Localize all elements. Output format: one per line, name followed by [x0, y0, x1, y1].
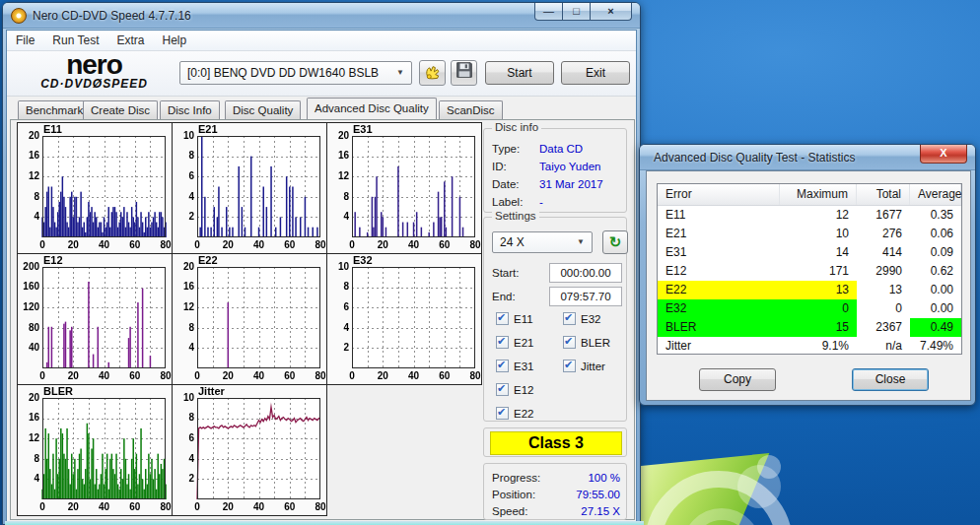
minimize-button[interactable]: — [534, 3, 563, 21]
main-window: Nero CD-DVD Speed 4.7.7.16 — □ × FileRun… [2, 2, 641, 525]
stats-row-e32[interactable]: E32000.00 [658, 299, 961, 318]
progress-group: Progress:100 %Position:79:55.00Speed:27.… [483, 463, 627, 520]
start-field-label: Start: [492, 267, 519, 279]
chart-e11-canvas [18, 123, 172, 253]
stats-cell: 13 [780, 281, 857, 299]
stats-cell: 0.00 [910, 281, 961, 299]
checkbox-box-icon: ✔ [563, 336, 576, 349]
menu-extra[interactable]: Extra [107, 31, 153, 50]
drive-selector-dropdown[interactable]: [0:0] BENQ DVD DD DW1640 BSLB ▼ [179, 61, 412, 85]
chart-bler [17, 384, 173, 516]
end-position-field[interactable]: 079:57.70 [549, 287, 622, 306]
checkbox-jitter[interactable]: ✔Jitter [563, 360, 605, 374]
exit-button[interactable]: Exit [561, 61, 630, 85]
disc-info-value: - [539, 196, 543, 208]
stats-cell: 14 [780, 243, 857, 262]
speed-selector-dropdown[interactable]: 24 X ▼ [492, 231, 593, 253]
chart-bler-canvas [18, 385, 172, 515]
drive-selector-value: [0:0] BENQ DVD DD DW1640 BSLB [187, 66, 379, 80]
checkbox-e12[interactable]: ✔E12 [496, 383, 533, 398]
menu-file[interactable]: File [7, 31, 43, 50]
close-dialog-button[interactable]: Close [852, 368, 929, 391]
stats-cell: BLER [658, 318, 780, 337]
chevron-down-icon: ▼ [393, 62, 407, 84]
settings-group: Settings 24 X ▼ ↻ Start: 000:00.00 End: … [483, 217, 627, 422]
stats-cell: 9.1% [780, 337, 857, 356]
tab-scandisc[interactable]: ScanDisc [439, 100, 503, 119]
toolbar: nero CD·DVDØSPEED [0:0] BENQ DVD DD DW16… [7, 51, 636, 97]
chart-e31-canvas [327, 123, 481, 253]
column-header-error[interactable]: Error [658, 184, 780, 205]
checkbox-e31[interactable]: ✔E31 [496, 360, 533, 374]
main-client-area: FileRun TestExtraHelp nero CD·DVDØSPEED … [6, 30, 637, 522]
tab-disc-info[interactable]: Disc Info [160, 100, 220, 119]
progress-row: Speed:27.15 X [492, 505, 620, 517]
stats-cell: 171 [780, 262, 857, 281]
stats-cell: 15 [780, 318, 857, 337]
progress-row: Position:79:55.00 [492, 489, 620, 500]
advanced-disc-quality-page: Disc info Type:Data CDID:Taiyo YudenDate… [10, 119, 635, 520]
disc-info-row: Date:31 Mar 2017 [492, 178, 620, 190]
checkbox-e32[interactable]: ✔E32 [563, 312, 600, 327]
column-header-maximum[interactable]: Maximum [780, 184, 857, 205]
stats-row-jitter[interactable]: Jitter9.1%n/a7.49% [658, 337, 961, 356]
stats-row-e22[interactable]: E2213130.00 [658, 281, 961, 299]
stats-cell: E32 [658, 299, 780, 318]
checkbox-box-icon: ✔ [496, 407, 509, 420]
chart-e12 [17, 253, 173, 385]
tab-disc-quality[interactable]: Disc Quality [225, 100, 301, 119]
check-icon: ✔ [497, 334, 506, 348]
progress-label: Progress: [492, 472, 540, 484]
stats-cell: 0.62 [910, 262, 961, 281]
check-icon: ✔ [497, 381, 506, 395]
window-controls: — □ × [534, 3, 632, 21]
checkbox-e11[interactable]: ✔E11 [496, 312, 533, 327]
disc-info-row: Label:- [492, 196, 620, 208]
save-button[interactable] [451, 60, 477, 86]
statistics-titlebar[interactable]: Advanced Disc Quality Test - Statistics … [640, 145, 975, 170]
checkbox-bler[interactable]: ✔BLER [563, 336, 610, 351]
app-disc-icon [11, 8, 27, 24]
stats-row-bler[interactable]: BLER1523670.49 [658, 318, 961, 337]
stats-cell: 7.49% [910, 337, 961, 356]
stats-cell: 13 [857, 281, 910, 299]
column-header-average[interactable]: Average [910, 184, 961, 205]
copy-button[interactable]: Copy [699, 368, 776, 391]
dialog-close-button[interactable]: X [920, 145, 967, 164]
stats-cell: 2990 [857, 262, 910, 281]
stats-cell: 0.09 [910, 243, 961, 262]
tab-benchmark[interactable]: Benchmark [18, 100, 91, 119]
close-button[interactable]: × [590, 3, 632, 21]
stats-cell: 1677 [857, 206, 910, 225]
start-position-field[interactable]: 000:00.00 [549, 263, 622, 283]
maximize-button[interactable]: □ [563, 3, 590, 21]
stats-cell: 0 [857, 299, 910, 318]
disc-info-value: Taiyo Yuden [539, 161, 600, 172]
checkbox-box-icon: ✔ [496, 360, 509, 372]
check-icon: ✔ [497, 358, 506, 371]
stats-row-e31[interactable]: E31144140.09 [658, 243, 961, 262]
stats-row-e12[interactable]: E1217129900.62 [658, 262, 961, 281]
end-field-label: End: [492, 291, 516, 302]
disc-info-row: ID:Taiyo Yuden [492, 161, 620, 172]
stats-row-e21[interactable]: E21102760.06 [658, 225, 961, 243]
checkbox-e21[interactable]: ✔E21 [496, 336, 533, 351]
statistics-table: ErrorMaximumTotalAverage E111216770.35E2… [657, 183, 962, 355]
refresh-arrows-icon: ↻ [609, 233, 622, 250]
refresh-button[interactable]: ↻ [602, 230, 628, 254]
disc-info-label: Type: [492, 143, 520, 155]
checkbox-e22[interactable]: ✔E22 [496, 407, 533, 422]
menu-help[interactable]: Help [154, 31, 196, 50]
disc-info-label: ID: [492, 161, 507, 172]
menu-run-test[interactable]: Run Test [43, 31, 107, 50]
eject-disc-button[interactable] [419, 60, 446, 86]
statistics-dialog: Advanced Disc Quality Test - Statistics … [639, 144, 976, 406]
tab-create-disc[interactable]: Create Disc [83, 100, 158, 119]
column-header-total[interactable]: Total [857, 184, 910, 205]
tab-advanced-disc-quality[interactable]: Advanced Disc Quality [307, 98, 437, 119]
stats-row-e11[interactable]: E111216770.35 [658, 206, 961, 225]
start-button[interactable]: Start [485, 61, 554, 85]
disc-info-title: Disc info [492, 121, 541, 133]
main-titlebar[interactable]: Nero CD-DVD Speed 4.7.7.16 — □ × [3, 3, 640, 29]
disc-info-label: Date: [492, 178, 520, 190]
